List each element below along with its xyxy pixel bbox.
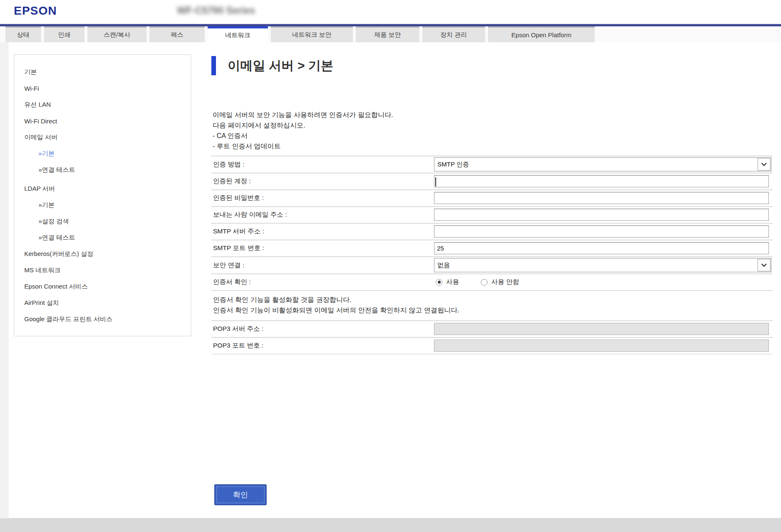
sidebar-item-email-basic[interactable]: »기본 (14, 146, 191, 162)
note-line: 인증서 확인 기능이 비활성화되면 이메일 서버의 안전을 확인하지 않고 연결… (213, 305, 773, 315)
tab-epson-open-platform[interactable]: Epson Open Platform (488, 26, 595, 42)
sidebar-item-ldap-search-settings[interactable]: »설정 검색 (14, 213, 191, 230)
intro-line: - 루트 인증서 업데이트 (213, 141, 393, 151)
sidebar-item-ldap-connection-test[interactable]: »연결 테스트 (14, 230, 191, 246)
chevron-down-icon[interactable] (758, 259, 771, 271)
sidebar-item-wifi[interactable]: Wi-Fi (14, 80, 191, 97)
sidebar-item-basic[interactable]: 기본 (14, 64, 191, 80)
sidebar-item-wifi-direct[interactable]: Wi-Fi Direct (14, 113, 191, 129)
auth-method-value: SMTP 인증 (437, 161, 469, 169)
certificate-note: 인증서 확인 기능을 활성화할 것을 권장합니다. 인증서 확인 기능이 비활성… (211, 290, 773, 320)
sidebar-item-airprint[interactable]: AirPrint 설치 (14, 295, 191, 311)
intro-line: - CA 인증서 (213, 130, 393, 141)
form-row: 인증된 비밀번호 : (211, 189, 773, 206)
form-row: 인증된 계정 : (211, 173, 773, 189)
form-row: 인증서 확인 : 사용 사용 안함 (211, 274, 773, 290)
email-server-form: 인증 방법 : SMTP 인증 인증된 계정 : 인증된 비밀번호 : 보내는 … (211, 156, 773, 354)
note-line: 인증서 확인 기능을 활성화할 것을 권장합니다. (213, 294, 773, 305)
text-caret (435, 177, 436, 187)
radio-label: 사용 (446, 278, 459, 286)
sender-email-input[interactable] (434, 209, 769, 221)
tab-print[interactable]: 인쇄 (44, 26, 85, 42)
form-row: POP3 포트 번호 : (211, 337, 773, 354)
field-label: POP3 포트 번호 : (211, 341, 434, 350)
radio-unchecked-icon (481, 279, 488, 286)
form-row: 인증 방법 : SMTP 인증 (211, 156, 773, 173)
tab-status[interactable]: 상태 (5, 26, 41, 42)
intro-line: 다음 페이지에서 설정하십시오. (213, 120, 393, 130)
form-row: 보내는 사람 이메일 주소 : (211, 206, 773, 223)
confirm-button[interactable]: 확인 (214, 484, 267, 505)
cert-validation-radio-disable[interactable]: 사용 안함 (481, 278, 519, 286)
header: EPSON WF-C5790 Series (0, 0, 781, 24)
sidebar-item-kerberos[interactable]: Kerberos(커버로스) 설정 (14, 246, 191, 262)
cert-validation-radio-group: 사용 사용 안함 (434, 278, 519, 286)
secure-connection-select[interactable]: 없음 (434, 258, 771, 272)
left-edge-strip (0, 42, 8, 518)
secure-connection-value: 없음 (437, 261, 450, 269)
sidebar-item-epson-connect[interactable]: Epson Connect 서비스 (14, 279, 191, 295)
sidebar-item-ms-network[interactable]: MS 네트워크 (14, 262, 191, 279)
tab-device-management[interactable]: 장치 관리 (422, 26, 485, 42)
field-label: 인증 방법 : (211, 160, 434, 169)
tab-scan-copy[interactable]: 스캔/복사 (87, 26, 146, 42)
title-accent-bar (211, 56, 216, 75)
field-label: 보안 연결 : (211, 261, 434, 270)
sidebar-item-ldap-server[interactable]: LDAP 서버 (14, 181, 191, 197)
auth-account-input[interactable] (434, 175, 769, 187)
sidebar-item-email-connection-test[interactable]: »연결 테스트 (14, 162, 191, 178)
field-label: SMTP 서버 주소 : (211, 227, 434, 236)
field-label: 인증서 확인 : (211, 278, 434, 286)
form-row: SMTP 포트 번호 : (211, 240, 773, 256)
page: EPSON WF-C5790 Series 상태 인쇄 스캔/복사 팩스 네트워… (0, 0, 781, 532)
tab-fax[interactable]: 팩스 (149, 26, 205, 42)
auth-method-select[interactable]: SMTP 인증 (434, 157, 771, 171)
sidebar-item-email-server[interactable]: 이메일 서버 (14, 129, 191, 146)
intro-text: 이메일 서버의 보안 기능을 사용하려면 인증서가 필요합니다. 다음 페이지에… (213, 110, 393, 151)
field-label: 보내는 사람 이메일 주소 : (211, 210, 434, 219)
radio-label: 사용 안함 (491, 278, 519, 286)
intro-line: 이메일 서버의 보안 기능을 사용하려면 인증서가 필요합니다. (213, 110, 393, 120)
field-label: SMTP 포트 번호 : (211, 244, 434, 253)
tab-network[interactable]: 네트워크 (208, 26, 268, 42)
field-label: 인증된 비밀번호 : (211, 194, 434, 202)
auth-password-input[interactable] (434, 192, 769, 204)
cert-validation-radio-enable[interactable]: 사용 (436, 278, 459, 286)
form-row: POP3 서버 주소 : (211, 320, 773, 337)
sidebar-item-google-cloud-print[interactable]: Google 클라우드 프린트 서비스 (14, 311, 191, 327)
sidebar-nav: 기본 Wi-Fi 유선 LAN Wi-Fi Direct 이메일 서버 »기본 … (14, 64, 191, 327)
tab-product-security[interactable]: 제품 보안 (356, 26, 419, 42)
footer-strip (0, 518, 781, 532)
tab-network-security[interactable]: 네트워크 보안 (271, 26, 353, 42)
title-block: 이메일 서버 > 기본 (211, 56, 334, 76)
pop3-port-input (434, 340, 769, 352)
pop3-server-input (434, 323, 769, 335)
page-title: 이메일 서버 > 기본 (228, 57, 334, 74)
form-row: 보안 연결 : 없음 (211, 256, 773, 274)
smtp-port-input[interactable] (434, 242, 769, 254)
form-row: SMTP 서버 주소 : (211, 223, 773, 240)
tab-bar: 상태 인쇄 스캔/복사 팩스 네트워크 네트워크 보안 제품 보안 장치 관리 … (0, 26, 781, 42)
sidebar: 기본 Wi-Fi 유선 LAN Wi-Fi Direct 이메일 서버 »기본 … (14, 54, 191, 336)
sidebar-item-wired-lan[interactable]: 유선 LAN (14, 97, 191, 113)
field-label: POP3 서버 주소 : (211, 325, 434, 333)
radio-checked-icon (436, 279, 442, 286)
epson-logo: EPSON (14, 4, 57, 18)
model-name-blurred: WF-C5790 Series (177, 5, 255, 16)
smtp-server-input[interactable] (434, 225, 769, 238)
field-label: 인증된 계정 : (211, 177, 434, 186)
chevron-down-icon[interactable] (758, 158, 771, 171)
sidebar-item-ldap-basic[interactable]: »기본 (14, 197, 191, 213)
